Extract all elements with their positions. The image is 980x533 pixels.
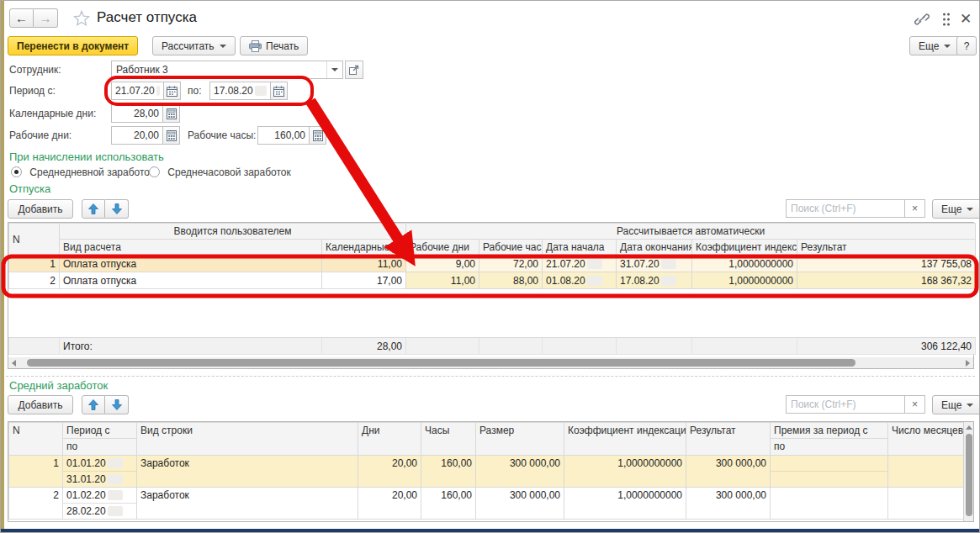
close-icon[interactable]: ✕ <box>960 10 972 28</box>
average-search-input[interactable] <box>786 395 905 414</box>
table-cell[interactable]: 31.07.20 <box>617 256 692 272</box>
column-header[interactable]: Дата окончания <box>617 240 692 256</box>
table-cell[interactable]: 160,00 <box>421 488 476 520</box>
radio-avg-hourly[interactable]: Среднечасовой заработок <box>149 166 291 178</box>
work-days-input[interactable]: 20,00 <box>111 126 163 145</box>
table-cell[interactable]: 300 000,00 <box>686 488 771 520</box>
table-cell[interactable]: 01.08.20 <box>543 272 617 289</box>
table-cell[interactable]: 1,0000000000 <box>564 488 686 520</box>
calendar-days-input[interactable]: 28,00 <box>111 104 163 123</box>
column-header[interactable]: Рабочие дни <box>406 240 479 256</box>
table-cell[interactable] <box>888 488 964 520</box>
table-cell[interactable]: 20,00 <box>358 488 421 520</box>
column-header[interactable]: Результат <box>797 240 976 256</box>
radio-avg-daily[interactable]: Среднедневной заработок <box>11 166 154 178</box>
table-row[interactable]: 101.01.2031.01.20Заработок20,00160,00300… <box>9 456 964 488</box>
transfer-to-document-button[interactable]: Перенести в документ <box>8 36 138 55</box>
employee-open-button[interactable] <box>345 61 363 79</box>
calendar-days-calc-button[interactable] <box>163 104 180 123</box>
average-search-clear-button[interactable]: × <box>905 395 925 414</box>
table-cell[interactable]: 72,00 <box>479 256 543 272</box>
table-cell[interactable]: 1,0000000000 <box>692 272 797 289</box>
period-from-input[interactable]: 21.07.20 <box>111 82 164 100</box>
work-hours-input[interactable]: 160,00 <box>257 126 310 145</box>
vacations-search-clear-button[interactable]: × <box>905 199 925 218</box>
column-header[interactable]: Коэффициент индексации <box>564 423 686 456</box>
move-down-button[interactable] <box>105 395 129 414</box>
table-cell[interactable]: 300 000,00 <box>476 456 564 488</box>
work-hours-calc-button[interactable] <box>310 126 326 145</box>
table-cell[interactable]: 88,00 <box>479 272 543 289</box>
column-header[interactable]: Результат <box>686 423 771 456</box>
table-cell[interactable]: 168 367,32 <box>797 272 976 289</box>
move-up-button[interactable] <box>82 199 105 219</box>
table-cell[interactable]: 11,00 <box>406 272 479 289</box>
work-days-calc-button[interactable] <box>163 126 180 145</box>
print-button[interactable]: Печать <box>240 36 308 55</box>
employee-dropdown[interactable] <box>326 61 342 78</box>
table-cell[interactable]: 01.01.2031.01.20 <box>63 456 137 488</box>
average-add-button[interactable]: Добавить <box>8 395 73 414</box>
vscroll-thumb[interactable] <box>966 434 972 516</box>
calculate-button[interactable]: Рассчитать <box>152 36 236 55</box>
table-cell[interactable]: 300 000,00 <box>476 488 564 520</box>
table-cell[interactable]: 9,00 <box>406 256 479 272</box>
table-cell[interactable]: 11,00 <box>322 256 406 272</box>
table-cell[interactable]: 1 <box>9 256 60 272</box>
column-header[interactable]: Рабочие часы <box>479 240 543 256</box>
table-cell[interactable]: Оплата отпуска <box>60 256 322 272</box>
vacations-add-button[interactable]: Добавить <box>8 199 73 219</box>
column-header[interactable]: Дата начала <box>543 240 617 256</box>
column-header[interactable]: Размер <box>476 423 564 456</box>
table-cell[interactable]: Заработок <box>137 488 358 520</box>
column-header-n[interactable]: N <box>9 224 60 256</box>
period-to-input[interactable]: 17.08.20 <box>209 82 271 100</box>
back-button[interactable]: ← <box>9 8 34 28</box>
table-cell[interactable]: 20,00 <box>358 456 421 488</box>
column-header[interactable]: Часы <box>421 423 476 456</box>
average-more-button[interactable]: Еще <box>932 395 980 414</box>
section-splitter[interactable] <box>6 376 975 377</box>
column-header[interactable]: Дни <box>358 423 421 456</box>
column-header[interactable]: Число месяцев <box>888 423 964 456</box>
table-cell[interactable]: 17,00 <box>322 272 406 289</box>
menu-dots-icon[interactable] <box>941 12 951 27</box>
help-button[interactable]: ? <box>956 36 977 55</box>
employee-combo[interactable]: Работник 3 <box>111 61 343 79</box>
column-header[interactable]: Вид расчета <box>60 240 322 256</box>
table-cell[interactable]: 21.07.20 <box>543 256 617 272</box>
table-cell[interactable]: 2 <box>9 272 60 289</box>
table-cell[interactable]: 300 000,00 <box>686 456 771 488</box>
table-cell[interactable]: 17.08.20 <box>617 272 692 289</box>
period-to-calendar-button[interactable] <box>271 82 288 100</box>
vacations-hscrollbar[interactable] <box>8 357 973 368</box>
column-header[interactable]: Календарные дни <box>322 240 406 256</box>
table-cell[interactable]: 160,00 <box>421 456 476 488</box>
empty-area[interactable] <box>9 289 976 338</box>
vacations-more-button[interactable]: Еще <box>932 199 980 219</box>
column-header[interactable]: Вид строки <box>137 423 358 456</box>
column-header[interactable]: N <box>9 423 63 456</box>
table-cell[interactable]: Заработок <box>137 456 358 488</box>
favorite-star-icon[interactable] <box>73 10 90 27</box>
average-vscrollbar[interactable] <box>963 422 973 521</box>
table-cell[interactable] <box>888 456 964 488</box>
table-cell[interactable]: 1 <box>9 456 63 488</box>
table-cell[interactable]: Оплата отпуска <box>60 272 322 289</box>
table-cell[interactable] <box>771 456 888 488</box>
period-from-calendar-button[interactable] <box>164 82 181 100</box>
table-row[interactable]: 1Оплата отпуска11,009,0072,0021.07.2031.… <box>9 256 976 272</box>
column-header[interactable]: Премия за период спо <box>771 423 888 456</box>
hscroll-thumb[interactable] <box>27 359 856 367</box>
table-cell[interactable]: 137 755,08 <box>797 256 976 272</box>
table-cell[interactable]: 2 <box>9 488 63 520</box>
vacations-search-input[interactable] <box>786 199 905 218</box>
column-header[interactable]: Период спо <box>63 423 137 456</box>
column-header[interactable]: Коэффициент индексации <box>692 240 797 256</box>
more-button-top[interactable]: Еще <box>909 36 960 55</box>
get-link-icon[interactable] <box>914 13 930 26</box>
table-cell[interactable]: 01.02.2028.02.20 <box>63 488 137 520</box>
table-cell[interactable]: 1,0000000000 <box>692 256 797 272</box>
move-up-button[interactable] <box>82 395 105 414</box>
table-cell[interactable]: 1,0000000000 <box>564 456 686 488</box>
